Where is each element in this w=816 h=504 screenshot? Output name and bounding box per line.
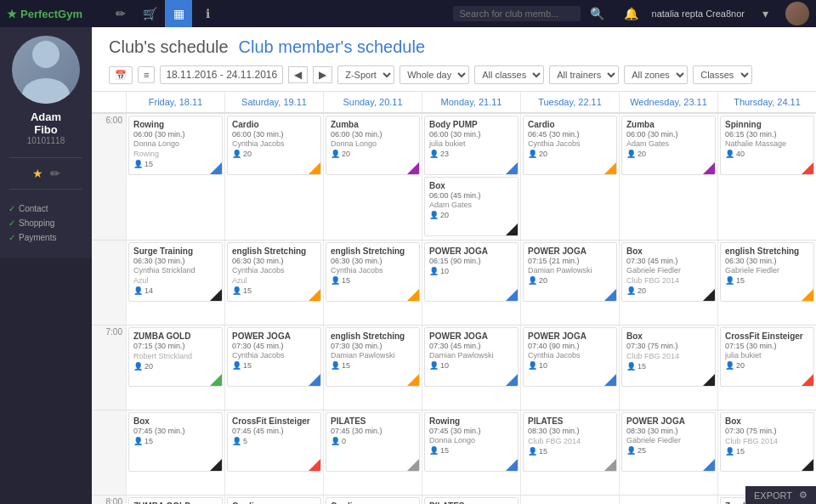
class-card[interactable]: POWER JOGA 08:30 (30 min.) Gabriele Fied…: [621, 412, 716, 472]
class-time: 08:30 (30 min.): [626, 427, 711, 435]
class-name: CrossFit Einsteiger: [232, 416, 316, 426]
calendar-view-btn[interactable]: 📅: [109, 66, 133, 84]
search-input[interactable]: [453, 6, 581, 21]
day-header-wed[interactable]: Wednesday, 23.11: [619, 92, 717, 112]
view-filter[interactable]: Classes: [693, 65, 752, 84]
class-card[interactable]: Box 07:30 (45 min.) Gabriele Fiedler Clu…: [621, 242, 716, 302]
day-header-sat[interactable]: Saturday, 19.11: [224, 92, 323, 112]
person-icon: 👤: [725, 447, 734, 456]
day-header-sun[interactable]: Sunday, 20.11: [323, 92, 422, 112]
class-time: 08:30 (30 min.): [528, 427, 612, 435]
day-header-fri[interactable]: Friday, 18.11: [126, 92, 224, 112]
spots-count: 20: [638, 150, 646, 158]
class-card[interactable]: CrossFit Einsteiger 07:15 (30 min.) juli…: [720, 327, 814, 387]
class-card[interactable]: Cardio 06:00 (30 min.) Cynthia Jacobs 👤 …: [227, 116, 321, 175]
chevron-down-icon[interactable]: ▾: [751, 0, 779, 27]
class-card[interactable]: Rowing 06:00 (30 min.) Donna Longo Rowin…: [128, 116, 223, 175]
class-card[interactable]: Zumba 06:00 (30 min.) Donna Longo 👤 20: [326, 116, 420, 175]
class-card[interactable]: Surge Training 06:30 (30 min.) Cynthia S…: [128, 242, 223, 302]
settings-btn[interactable]: ⚙: [799, 490, 808, 501]
class-card[interactable]: english Stretching 07:30 (30 min.) Damia…: [326, 327, 420, 387]
person-icon: 👤: [331, 437, 340, 445]
day-header-thu[interactable]: Thursday, 24.11: [717, 92, 816, 112]
day-col-6-row-3: Box 07:30 (75 min.) Club FBG 2014 👤 15: [717, 410, 816, 495]
day-header-mon[interactable]: Monday, 21.11: [422, 92, 520, 112]
classes-filter[interactable]: All classes: [474, 65, 544, 84]
class-card[interactable]: Box 06:00 (45 min.) Adam Gates 👤 20: [424, 177, 518, 236]
class-spots: 👤 0: [331, 437, 415, 445]
class-time: 07:30 (45 min.): [626, 257, 711, 265]
person-icon: 👤: [626, 362, 636, 371]
spots-count: 14: [144, 286, 153, 295]
class-instructor: Cynthia Jacobs: [232, 139, 316, 148]
class-card[interactable]: POWER JOGA 07:30 (45 min.) Cynthia Jacob…: [227, 327, 321, 387]
class-card[interactable]: Box 07:30 (75 min.) Club FBG 2014 👤 15: [720, 412, 814, 472]
sidebar-extra: [0, 258, 92, 504]
search-icon[interactable]: 🔍: [584, 0, 611, 27]
class-instructor: Gabriele Fiedler: [725, 266, 809, 275]
class-card[interactable]: POWER JOGA 07:15 (21 min.) Damian Pawlow…: [523, 242, 617, 302]
person-icon: 👤: [133, 160, 143, 168]
next-week-btn[interactable]: ▶: [313, 66, 332, 83]
list-view-btn[interactable]: ≡: [138, 66, 155, 83]
day-col-3-row-3: Rowing 07:45 (30 min.) Donna Longo 👤 15: [422, 410, 520, 495]
person-icon: 👤: [232, 286, 241, 295]
class-card[interactable]: Spinning 06:15 (30 min.) Nathalie Massag…: [720, 116, 814, 175]
class-instructor: julia bukiet: [429, 139, 513, 148]
class-card[interactable]: POWER JOGA 07:40 (90 min.) Cynthia Jacob…: [523, 327, 617, 387]
class-card[interactable]: Rowing 07:45 (30 min.) Donna Longo 👤 15: [424, 412, 518, 472]
prev-week-btn[interactable]: ◀: [288, 66, 308, 83]
card-corner: [802, 289, 813, 301]
person-icon: 👤: [626, 446, 636, 455]
spots-count: 15: [638, 362, 646, 371]
class-card[interactable]: english Stretching 06:30 (30 min.) Gabri…: [720, 242, 814, 302]
sport-filter[interactable]: Z-Sport: [337, 65, 394, 84]
class-card[interactable]: ZUMBA GOLD 07:15 (30 min.) Robert Strick…: [128, 327, 223, 387]
class-card[interactable]: Cardio 06:45 (30 min.) Cynthia Jacobs 👤 …: [523, 116, 617, 175]
day-col-4-row-2: POWER JOGA 07:40 (90 min.) Cynthia Jacob…: [520, 325, 619, 410]
trainers-filter[interactable]: All trainers: [549, 65, 619, 84]
class-card[interactable]: Zumba 06:00 (30 min.) Adam Gates 👤 20: [621, 116, 716, 175]
class-card[interactable]: english Stretching 06:30 (30 min.) Cynth…: [326, 242, 420, 302]
class-card[interactable]: Cardio 08:45 (45 min.) Jason Quinlan 👤 1…: [326, 497, 420, 504]
class-name: Rowing: [133, 120, 218, 129]
sidebar-link-contact[interactable]: ✓ Contact: [8, 201, 83, 216]
schedule-container: Friday, 18.11 Saturday, 19.11 Sunday, 20…: [92, 92, 816, 504]
class-card[interactable]: Body PUMP 06:00 (30 min.) julia bukiet 👤…: [424, 116, 518, 175]
class-card[interactable]: PILATES 07:45 (30 min.) 👤 0: [326, 412, 420, 472]
time-filter[interactable]: Whole day: [400, 65, 469, 84]
spots-count: 10: [440, 361, 449, 370]
edit-icon[interactable]: ✏: [50, 167, 60, 180]
card-corner: [407, 459, 419, 471]
class-card[interactable]: POWER JOGA 06:15 (90 min.) 👤 10: [424, 242, 518, 302]
class-card[interactable]: Cardio 08:45 (45 min.) Gabriele Fiedler …: [227, 497, 321, 504]
class-card[interactable]: Box 07:30 (75 min.) Club FBG 2014 👤 15: [621, 327, 716, 387]
class-spots: 👤 15: [232, 286, 316, 295]
class-card[interactable]: PILATES 08:30 (30 min.) Club FBG 2014 👤 …: [424, 497, 518, 504]
class-card[interactable]: ZUMBA GOLD 08:30 (30 min.) Club FBG 2014…: [128, 497, 223, 504]
bell-icon[interactable]: 🔔: [618, 0, 645, 27]
export-btn[interactable]: EXPORT: [754, 490, 792, 501]
sidebar-link-shopping[interactable]: ✓ Shopping: [8, 216, 83, 230]
nav-icon-calendar[interactable]: ▦: [165, 0, 192, 27]
sidebar-link-payments[interactable]: ✓ Payments: [8, 230, 83, 245]
card-corner: [407, 374, 419, 386]
day-col-0-row-3: Box 07:45 (30 min.) 👤 15: [126, 410, 224, 495]
star-icon[interactable]: ★: [32, 167, 43, 180]
spots-count: 20: [342, 150, 350, 158]
class-spots: 👤 40: [725, 150, 809, 158]
class-time: 06:00 (30 min.): [429, 130, 513, 139]
class-card[interactable]: english Stretching 06:30 (30 min.) Cynth…: [227, 242, 321, 302]
svg-point-1: [22, 78, 70, 104]
class-card[interactable]: POWER JOGA 07:30 (45 min.) Damian Pawlow…: [424, 327, 518, 387]
nav-icon-cart[interactable]: 🛒: [136, 0, 163, 27]
time-header: [92, 92, 126, 112]
zones-filter[interactable]: All zones: [624, 65, 688, 84]
card-corner: [506, 224, 518, 235]
nav-icon-info[interactable]: ℹ: [194, 0, 221, 27]
day-header-tue[interactable]: Tuesday, 22.11: [520, 92, 619, 112]
class-card[interactable]: PILATES 08:30 (30 min.) Club FBG 2014 👤 …: [523, 412, 617, 472]
class-card[interactable]: Box 07:45 (30 min.) 👤 15: [128, 412, 223, 472]
nav-icon-pencil[interactable]: ✏: [107, 0, 134, 27]
class-card[interactable]: CrossFit Einsteiger 07:45 (45 min.) 👤 5: [227, 412, 321, 472]
